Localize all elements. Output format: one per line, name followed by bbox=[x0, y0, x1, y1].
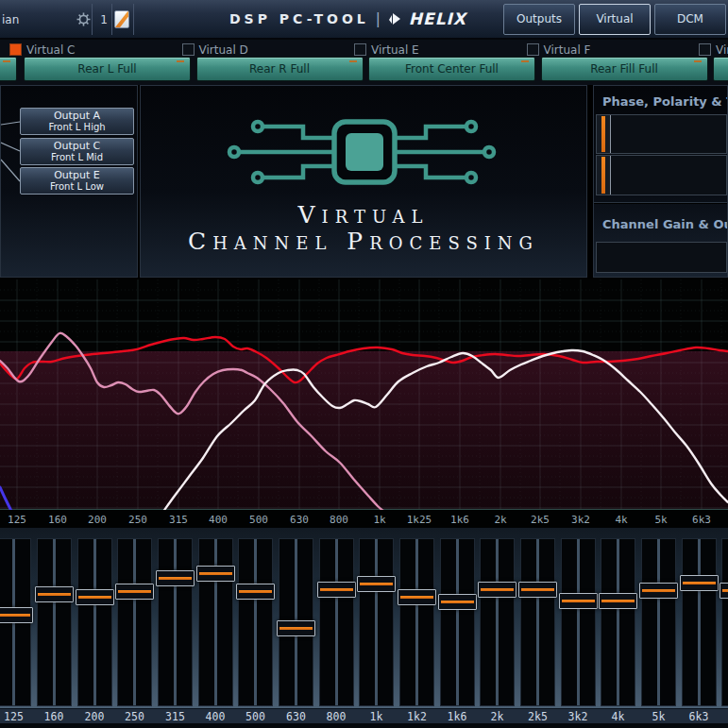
minimize-dash-icon bbox=[694, 60, 702, 62]
phase-slider-handle[interactable] bbox=[597, 115, 611, 153]
frequency-response-graph[interactable] bbox=[0, 279, 728, 510]
channel-button-front-center-full[interactable]: Front Center Full bbox=[368, 57, 535, 81]
output-button-output-a[interactable]: Output AFront L High bbox=[20, 108, 134, 135]
orange-bar bbox=[239, 590, 272, 593]
output-label-line2: Front L Mid bbox=[21, 152, 133, 162]
eq-band-track-partial[interactable] bbox=[721, 538, 728, 706]
graph-tick-label: 500 bbox=[249, 514, 268, 526]
checkbox-virtual-e[interactable] bbox=[354, 43, 366, 56]
eq-band-handle-1k[interactable] bbox=[357, 576, 396, 592]
eq-band-track-400[interactable] bbox=[198, 538, 233, 706]
eq-band-label: 2k bbox=[491, 710, 504, 723]
top-nav: OutputsVirtualDCM bbox=[503, 4, 728, 35]
eq-band-handle-partial[interactable] bbox=[720, 583, 728, 599]
eq-track-centerline bbox=[53, 539, 56, 705]
equalizer-section bbox=[0, 528, 728, 708]
eq-band-handle-250[interactable] bbox=[115, 584, 154, 600]
eq-band-handle-315[interactable] bbox=[156, 570, 195, 586]
eq-band-label: 315 bbox=[165, 710, 185, 723]
phase-slider-1[interactable] bbox=[596, 114, 727, 154]
logo-pipe: | bbox=[376, 10, 381, 27]
output-button-output-c[interactable]: Output CFront L Mid bbox=[20, 138, 134, 165]
eq-band-track-6k3[interactable] bbox=[682, 538, 717, 706]
eq-band-track-250[interactable] bbox=[117, 538, 152, 706]
gear-icon[interactable] bbox=[76, 11, 92, 27]
eq-band-handle-2k[interactable] bbox=[478, 582, 516, 598]
eq-band-handle-500[interactable] bbox=[236, 584, 275, 600]
eq-track-centerline bbox=[214, 539, 217, 705]
eq-band-handle-3k2[interactable] bbox=[559, 593, 598, 609]
eq-band-track-800[interactable] bbox=[319, 538, 354, 706]
eq-track-centerline bbox=[456, 539, 459, 705]
nav-button-virtual[interactable]: Virtual bbox=[579, 4, 651, 35]
eq-band-track-3k2[interactable] bbox=[561, 538, 596, 706]
preset-name: ian bbox=[2, 13, 19, 26]
eq-band-label: 160 bbox=[44, 710, 64, 723]
eq-band-track-160[interactable] bbox=[37, 538, 72, 706]
top-bar-separator bbox=[133, 4, 134, 35]
eq-band-handle-400[interactable] bbox=[196, 566, 235, 582]
eq-band-handle-160[interactable] bbox=[35, 586, 74, 602]
eq-band-handle-5k[interactable] bbox=[639, 583, 678, 599]
orange-bar bbox=[481, 588, 514, 591]
eq-band-handle-630[interactable] bbox=[277, 620, 315, 636]
pencil-glyph bbox=[114, 10, 129, 28]
eq-band-track-200[interactable] bbox=[77, 538, 112, 706]
eq-band-label: 4k bbox=[612, 710, 625, 723]
channel-button-rear-fill-full[interactable]: Rear Fill Full bbox=[541, 57, 708, 81]
eq-band-track-1k6[interactable] bbox=[440, 538, 475, 706]
nav-button-dcm[interactable]: DCM bbox=[654, 4, 726, 35]
graph-tick-label: 630 bbox=[290, 514, 309, 526]
eq-band-handle-800[interactable] bbox=[317, 582, 356, 598]
channel-button-partial-left[interactable] bbox=[0, 57, 17, 81]
phase-slider-handle[interactable] bbox=[597, 156, 611, 195]
eq-band-label: 3k2 bbox=[568, 710, 588, 723]
edit-note-icon[interactable] bbox=[114, 10, 129, 28]
eq-band-track-500[interactable] bbox=[238, 538, 273, 706]
output-button-output-e[interactable]: Output EFront L Low bbox=[20, 167, 134, 195]
eq-band-track-2k[interactable] bbox=[480, 538, 515, 706]
graph-tick-label: 315 bbox=[169, 514, 188, 526]
graph-tick-label: 2k5 bbox=[531, 514, 550, 526]
brand-name: HELIX bbox=[409, 9, 466, 28]
virtual-tab-row: Virtual CRear L FullVirtual DRear R Full… bbox=[0, 40, 728, 85]
checkbox-virtu[interactable] bbox=[699, 43, 711, 56]
eq-band-handle-6k3[interactable] bbox=[680, 575, 719, 591]
nav-button-outputs[interactable]: Outputs bbox=[503, 4, 575, 35]
channel-button-rear-r-full[interactable]: Rear R Full bbox=[196, 57, 364, 81]
eq-band-handle-1k6[interactable] bbox=[438, 594, 477, 610]
phase-gain-panel: Phase, Polarity & Tim Channel Gain & Out… bbox=[593, 85, 728, 278]
checkbox-virtual-f[interactable] bbox=[527, 43, 539, 56]
checkbox-virtual-c[interactable] bbox=[9, 43, 22, 56]
eq-band-track-1k2[interactable] bbox=[399, 538, 434, 706]
eq-band-track-5k[interactable] bbox=[641, 538, 676, 706]
minimize-dash-icon bbox=[177, 60, 184, 62]
eq-track-centerline bbox=[335, 539, 338, 705]
phase-slider-2[interactable] bbox=[596, 155, 727, 195]
gain-box[interactable] bbox=[596, 242, 727, 273]
eq-band-track-2k5[interactable] bbox=[520, 538, 555, 706]
checkbox-virtual-d[interactable] bbox=[182, 43, 195, 56]
eq-band-handle-200[interactable] bbox=[76, 589, 114, 605]
top-bar-separator bbox=[111, 4, 112, 35]
graph-tick-label: 5k bbox=[654, 514, 667, 526]
eq-band-handle-125[interactable] bbox=[0, 607, 33, 623]
eq-band-handle-1k2[interactable] bbox=[398, 589, 436, 605]
eq-band-track-1k[interactable] bbox=[359, 538, 394, 706]
channel-button-rear-l-full[interactable]: Rear L Full bbox=[24, 57, 191, 81]
graph-tick-label: 4k bbox=[615, 514, 627, 526]
eq-band-handle-4k[interactable] bbox=[599, 593, 637, 609]
eq-band-track-4k[interactable] bbox=[601, 538, 635, 706]
orange-bar bbox=[78, 596, 111, 599]
app-logo: DSP PC-TOOL | HELIX bbox=[229, 9, 466, 28]
eq-band-track-315[interactable] bbox=[158, 538, 193, 706]
eq-band-label: 200 bbox=[85, 710, 105, 723]
output-label-line1: Output C bbox=[21, 141, 133, 152]
orange-bar bbox=[159, 577, 192, 580]
channel-button-partial-right[interactable] bbox=[713, 57, 728, 81]
graph-tick-label: 400 bbox=[209, 514, 228, 526]
eq-band-handle-2k5[interactable] bbox=[518, 582, 557, 598]
tab-label: Virtu bbox=[716, 43, 728, 57]
bottom-edge bbox=[0, 723, 728, 728]
eq-band-label: 630 bbox=[286, 710, 306, 723]
